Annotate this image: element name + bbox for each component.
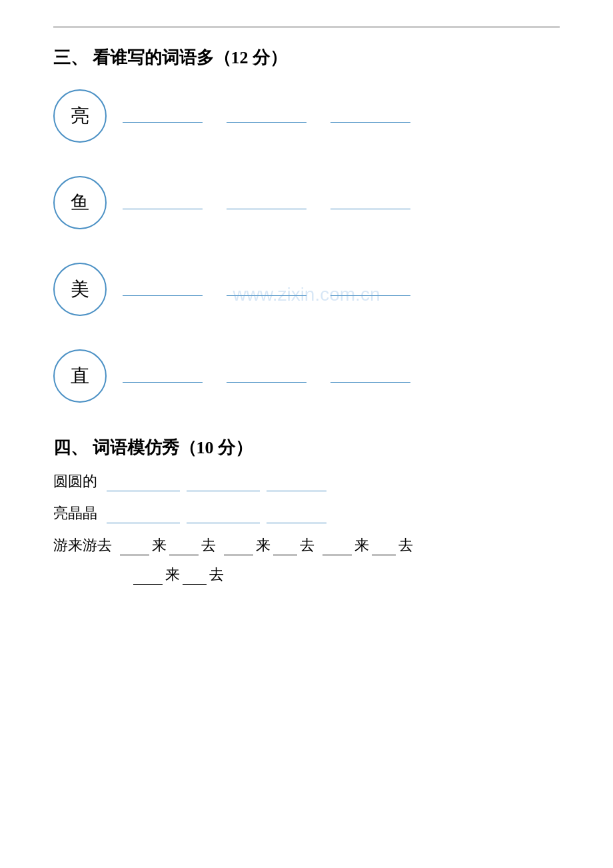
page-content: www.zixin.com.cn 三、 看谁写的词语多（12 分） 亮 鱼 xyxy=(53,27,560,585)
top-divider xyxy=(53,27,560,27)
pattern-char-2a: 来 xyxy=(256,535,271,555)
vocab-blank-liangjingjing-1[interactable] xyxy=(107,506,180,523)
answer-line-liang-1[interactable] xyxy=(123,104,203,123)
circle-row-zhi: 直 xyxy=(53,349,560,403)
pattern-blank-3a[interactable] xyxy=(322,538,352,555)
pattern-blank-4b[interactable] xyxy=(183,567,207,585)
pattern-group-4: 来 去 xyxy=(133,565,224,585)
section-three-title: 三、 看谁写的词语多（12 分） xyxy=(53,46,560,69)
answer-line-zhi-2[interactable] xyxy=(227,364,306,383)
vocab-row-liangjingjing: 亮晶晶 xyxy=(53,503,560,523)
circle-char-zhi: 直 xyxy=(71,363,89,389)
vocab-blank-liangjingjing-3[interactable] xyxy=(267,506,326,523)
vocab-blank-yuanyuande-3[interactable] xyxy=(267,474,326,491)
answer-line-yu-2[interactable] xyxy=(227,191,306,209)
circle-row-liang: 亮 xyxy=(53,89,560,143)
pattern-row-1: 游来游去 来 去 来 去 来 去 xyxy=(53,535,560,555)
circle-char-mei: 美 xyxy=(71,277,89,302)
vocab-blank-yuanyuande-1[interactable] xyxy=(107,474,180,491)
circle-zhi: 直 xyxy=(53,349,107,403)
vocab-row-yuanyuande: 圆圆的 xyxy=(53,471,560,491)
circle-char-liang: 亮 xyxy=(71,103,89,129)
section-four: 四、 词语模仿秀（10 分） 圆圆的 亮晶晶 游来游去 来 去 xyxy=(53,436,560,585)
circle-yu: 鱼 xyxy=(53,176,107,229)
circle-mei: 美 xyxy=(53,263,107,316)
circle-row-yu: 鱼 xyxy=(53,176,560,229)
section-three: 三、 看谁写的词语多（12 分） 亮 鱼 xyxy=(53,46,560,403)
answer-line-mei-1[interactable] xyxy=(123,277,203,296)
pattern-blank-2a[interactable] xyxy=(224,538,253,555)
vocab-label-liangjingjing: 亮晶晶 xyxy=(53,503,97,523)
answer-lines-liang xyxy=(123,104,560,128)
pattern-char-4a: 来 xyxy=(165,565,180,585)
answer-line-zhi-1[interactable] xyxy=(123,364,203,383)
pattern-blank-1a[interactable] xyxy=(120,538,149,555)
pattern-blank-4a[interactable] xyxy=(133,567,163,585)
pattern-group-2: 来 去 xyxy=(224,535,314,555)
answer-line-liang-3[interactable] xyxy=(330,104,410,123)
pattern-char-4b: 去 xyxy=(209,565,224,585)
pattern-char-1b: 去 xyxy=(201,535,216,555)
pattern-blank-2b[interactable] xyxy=(273,538,297,555)
answer-line-zhi-3[interactable] xyxy=(330,364,410,383)
pattern-char-3a: 来 xyxy=(354,535,369,555)
vocab-label-yuanyuande: 圆圆的 xyxy=(53,471,97,491)
answer-line-mei-3[interactable] xyxy=(330,277,410,296)
answer-line-yu-3[interactable] xyxy=(330,191,410,209)
circle-liang: 亮 xyxy=(53,89,107,143)
pattern-group-3: 来 去 xyxy=(322,535,413,555)
answer-line-mei-2[interactable] xyxy=(227,277,306,296)
answer-lines-yu xyxy=(123,191,560,215)
circle-row-mei: 美 xyxy=(53,263,560,316)
vocab-blank-yuanyuande-2[interactable] xyxy=(187,474,260,491)
pattern-blank-3b[interactable] xyxy=(372,538,396,555)
answer-line-liang-2[interactable] xyxy=(227,104,306,123)
pattern-blank-1b[interactable] xyxy=(169,538,199,555)
vocab-blank-liangjingjing-2[interactable] xyxy=(187,506,260,523)
pattern-row-2: 来 去 xyxy=(53,565,560,585)
circle-char-yu: 鱼 xyxy=(71,190,89,215)
pattern-char-1a: 来 xyxy=(152,535,167,555)
answer-lines-zhi xyxy=(123,364,560,388)
answer-lines-mei xyxy=(123,277,560,301)
answer-line-yu-1[interactable] xyxy=(123,191,203,209)
pattern-example: 游来游去 xyxy=(53,535,112,555)
pattern-char-2b: 去 xyxy=(300,535,314,555)
pattern-group-1: 来 去 xyxy=(120,535,216,555)
pattern-char-3b: 去 xyxy=(398,535,413,555)
section-four-title: 四、 词语模仿秀（10 分） xyxy=(53,436,560,459)
